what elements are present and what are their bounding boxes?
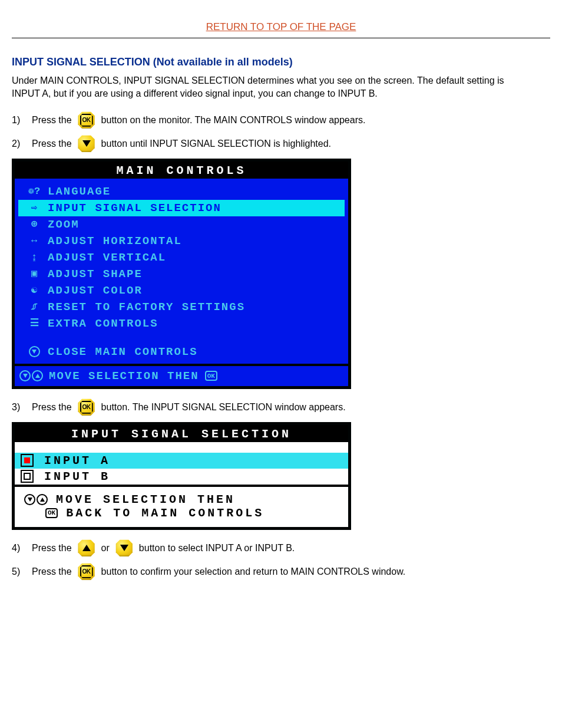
input-a-row: INPUT A: [15, 453, 348, 469]
zoom-icon: ⊕: [21, 216, 48, 233]
step-3: 3) Press the OK button. The INPUT SIGNAL…: [12, 398, 550, 416]
return-top-anchor[interactable]: RETURN TO TOP OF THE PAGE: [206, 21, 356, 32]
ok-icon: OK: [45, 508, 58, 518]
radio-selected-icon: [21, 454, 34, 467]
return-top-link: RETURN TO TOP OF THE PAGE: [12, 21, 550, 33]
main-controls-label: ZOOM: [48, 216, 342, 233]
main-controls-row: ⇨INPUT SIGNAL SELECTION: [18, 200, 345, 216]
extra-controls-icon: ☰: [21, 315, 48, 332]
step-5: 5) Press the OK button to confirm your s…: [12, 563, 550, 581]
step-text-post: button to select INPUT A or INPUT B.: [139, 543, 295, 554]
main-controls-row: ↔ADJUST HORIZONTAL: [18, 233, 345, 249]
step-text-pre: Press the: [32, 139, 72, 149]
up-button-icon: [78, 539, 95, 557]
main-controls-row: ▣ADJUST SHAPE: [18, 266, 345, 282]
step-number: 3): [12, 402, 26, 413]
intro-text: Under MAIN CONTROLS, INPUT SIGNAL SELECT…: [12, 74, 530, 101]
main-controls-row: ⊕ZOOM: [18, 216, 345, 233]
step-number: 5): [12, 566, 26, 577]
step-text-post: button until INPUT SIGNAL SELECTION is h…: [101, 139, 331, 149]
up-down-icon: [19, 370, 43, 381]
step-1: 1) Press the OK button on the monitor. T…: [12, 111, 550, 129]
step-text-mid: or: [101, 543, 110, 554]
step-text-post: button. The INPUT SIGNAL SELECTION windo…: [101, 402, 346, 413]
input-signal-osd: INPUT SIGNAL SELECTION INPUT A INPUT B M…: [12, 422, 351, 530]
main-controls-label: ADJUST VERTICAL: [48, 249, 342, 266]
up-down-icon: [24, 494, 48, 505]
close-main-controls-label: CLOSE MAIN CONTROLS: [48, 344, 342, 360]
close-main-controls-row: CLOSE MAIN CONTROLS: [18, 344, 345, 360]
step-2: 2) Press the button until INPUT SIGNAL S…: [12, 135, 550, 153]
input-signal-icon: ⇨: [21, 200, 48, 216]
step-text-post: button on the monitor. The MAIN CONTROLS…: [101, 115, 366, 126]
input-b-label: INPUT B: [44, 470, 110, 483]
adjust-color-icon: ☯: [21, 282, 48, 299]
main-controls-row: ☰EXTRA CONTROLS: [18, 315, 345, 332]
factory-reset-icon: ⎎: [21, 299, 48, 315]
main-controls-row: ❁?LANGUAGE: [18, 183, 345, 200]
down-button-icon: [78, 135, 95, 153]
step-number: 4): [12, 543, 26, 554]
step-text-pre: Press the: [32, 566, 72, 577]
down-button-icon: [115, 539, 133, 557]
osd-footer-text: MOVE SELECTION THEN: [49, 370, 199, 383]
main-controls-row: ⎎RESET TO FACTORY SETTINGS: [18, 299, 345, 315]
adjust-vertical-icon: ↨: [21, 249, 48, 266]
radio-unselected-icon: [21, 470, 34, 483]
step-text-pre: Press the: [32, 402, 72, 413]
main-controls-label: LANGUAGE: [48, 183, 342, 200]
main-controls-label: ADJUST HORIZONTAL: [48, 233, 342, 249]
step-text-pre: Press the: [32, 115, 72, 126]
section-title: INPUT SIGNAL SELECTION (Not available in…: [12, 56, 550, 68]
input-a-label: INPUT A: [44, 454, 110, 467]
main-controls-label: INPUT SIGNAL SELECTION: [48, 200, 342, 216]
main-controls-label: ADJUST SHAPE: [48, 266, 342, 282]
ok-button-icon: OK: [78, 563, 95, 581]
footer-line2: BACK TO MAIN CONTROLS: [66, 506, 264, 520]
adjust-shape-icon: ▣: [21, 266, 48, 282]
step-text-post: button to confirm your selection and ret…: [101, 566, 406, 577]
ok-icon: OK: [205, 371, 217, 381]
osd-footer: MOVE SELECTION THEN OK: [15, 364, 348, 386]
divider: [12, 38, 550, 38]
ok-button-icon: OK: [78, 111, 95, 129]
adjust-horizontal-icon: ↔: [21, 233, 48, 249]
input-b-row: INPUT B: [15, 469, 348, 485]
osd-title: INPUT SIGNAL SELECTION: [15, 425, 348, 442]
main-controls-label: ADJUST COLOR: [48, 282, 342, 299]
step-text-pre: Press the: [32, 543, 72, 554]
ok-button-icon: OK: [78, 398, 95, 416]
main-controls-row: ↨ADJUST VERTICAL: [18, 249, 345, 266]
osd-footer: MOVE SELECTION THEN OK BACK TO MAIN CONT…: [15, 485, 348, 527]
language-icon: ❁?: [21, 183, 48, 200]
footer-line1: MOVE SELECTION THEN: [56, 493, 235, 506]
osd-title: MAIN CONTROLS: [15, 162, 348, 179]
main-controls-row: ☯ADJUST COLOR: [18, 282, 345, 299]
main-controls-label: EXTRA CONTROLS: [48, 315, 342, 332]
close-down-icon: [21, 346, 48, 357]
step-number: 2): [12, 139, 26, 149]
main-controls-label: RESET TO FACTORY SETTINGS: [48, 299, 342, 315]
main-controls-osd: MAIN CONTROLS ❁?LANGUAGE⇨INPUT SIGNAL SE…: [12, 159, 351, 389]
step-number: 1): [12, 115, 26, 126]
step-4: 4) Press the or button to select INPUT A…: [12, 539, 550, 557]
